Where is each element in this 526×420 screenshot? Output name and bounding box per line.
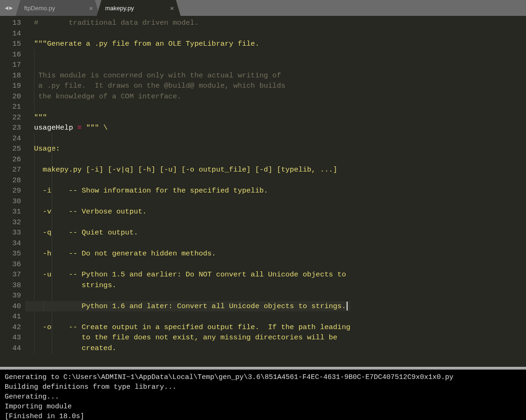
code-line[interactable]: -h -- Do not generate hidden methods. — [34, 248, 350, 259]
build-output-panel[interactable]: Generating to C:\Users\ADMINI~1\AppData\… — [0, 370, 526, 420]
editor-area[interactable]: 1314151617181920212223242526272829303132… — [0, 16, 526, 367]
line-number: 33 — [0, 227, 21, 238]
code-line[interactable]: strings. — [34, 280, 350, 291]
code-line[interactable] — [34, 28, 350, 39]
code-line[interactable]: created. — [34, 343, 350, 354]
code-line[interactable]: -u -- Python 1.5 and earlier: Do NOT con… — [34, 269, 350, 280]
code-line[interactable] — [34, 133, 350, 144]
line-number: 21 — [0, 102, 21, 112]
line-number: 43 — [0, 332, 21, 343]
code-line[interactable]: """Generate a .py file from an OLE TypeL… — [34, 39, 350, 49]
code-line[interactable]: to the file does not exist, any missing … — [34, 332, 350, 343]
code-line[interactable]: the knowledge of a COM interface. — [34, 91, 350, 102]
line-number: 25 — [0, 144, 21, 154]
line-number: 13 — [0, 18, 21, 28]
tab-bar: ◀ ▶ ftpDemo.py × makepy.py × — [0, 0, 526, 16]
close-icon[interactable]: × — [89, 4, 93, 12]
tab-makepy[interactable]: makepy.py × — [97, 0, 181, 16]
code-content[interactable]: # traditional data driven model."""Gener… — [26, 16, 350, 367]
line-number: 40 — [0, 301, 21, 312]
tab-label: makepy.py — [105, 5, 162, 12]
code-line[interactable]: usageHelp = """ \ — [34, 123, 350, 133]
close-icon[interactable]: × — [170, 4, 174, 12]
code-line[interactable] — [34, 49, 350, 60]
line-number: 16 — [0, 49, 21, 60]
line-number: 30 — [0, 196, 21, 207]
code-line[interactable] — [34, 217, 350, 228]
line-number: 32 — [0, 217, 21, 228]
code-line[interactable]: # traditional data driven model. — [34, 18, 350, 28]
line-number: 42 — [0, 322, 21, 333]
code-line[interactable] — [34, 154, 350, 165]
line-number: 17 — [0, 60, 21, 70]
code-line[interactable]: -o -- Create output in a specified outpu… — [34, 322, 350, 333]
line-number: 24 — [0, 133, 21, 144]
code-line[interactable] — [34, 238, 350, 249]
code-line[interactable] — [34, 196, 350, 207]
line-number: 35 — [0, 248, 21, 259]
line-number: 41 — [0, 311, 21, 322]
line-number: 28 — [0, 175, 21, 186]
code-line[interactable] — [34, 311, 350, 322]
code-line[interactable] — [34, 290, 350, 301]
tab-nav-arrows: ◀ ▶ — [2, 0, 16, 16]
code-line[interactable]: """ — [34, 112, 350, 123]
tab-ftpdemo[interactable]: ftpDemo.py × — [16, 0, 100, 16]
line-number-gutter: 1314151617181920212223242526272829303132… — [0, 16, 26, 367]
line-number: 19 — [0, 81, 21, 91]
code-line[interactable] — [34, 259, 350, 270]
line-number: 23 — [0, 123, 21, 133]
line-number: 36 — [0, 259, 21, 270]
code-line[interactable] — [34, 102, 350, 112]
line-number: 39 — [0, 290, 21, 301]
line-number: 14 — [0, 28, 21, 39]
line-number: 18 — [0, 70, 21, 81]
line-number: 38 — [0, 280, 21, 291]
text-cursor — [347, 302, 348, 310]
line-number: 27 — [0, 165, 21, 175]
nav-forward-icon[interactable]: ▶ — [9, 4, 13, 12]
code-line[interactable]: -v -- Verbose output. — [34, 207, 350, 217]
line-number: 29 — [0, 186, 21, 196]
code-line[interactable]: -q -- Quiet output. — [34, 227, 350, 238]
nav-back-icon[interactable]: ◀ — [5, 4, 8, 12]
line-number: 31 — [0, 207, 21, 217]
line-number: 15 — [0, 39, 21, 49]
code-line[interactable]: -i -- Show information for the specified… — [34, 186, 350, 196]
tab-label: ftpDemo.py — [24, 5, 81, 12]
line-number: 22 — [0, 112, 21, 123]
code-line[interactable] — [34, 175, 350, 186]
code-line[interactable]: makepy.py [-i] [-v|q] [-h] [-u] [-o outp… — [34, 165, 350, 175]
code-line[interactable] — [34, 60, 350, 70]
code-line[interactable]: This module is concerned only with the a… — [34, 70, 350, 81]
code-line[interactable]: Usage: — [34, 144, 350, 154]
line-number: 26 — [0, 154, 21, 165]
line-number: 37 — [0, 269, 21, 280]
line-number: 34 — [0, 238, 21, 249]
line-number: 20 — [0, 91, 21, 102]
code-line[interactable]: Python 1.6 and later: Convert all Unicod… — [26, 301, 350, 312]
line-number: 44 — [0, 343, 21, 354]
code-line[interactable]: a .py file. It draws on the @build@ modu… — [34, 81, 350, 91]
